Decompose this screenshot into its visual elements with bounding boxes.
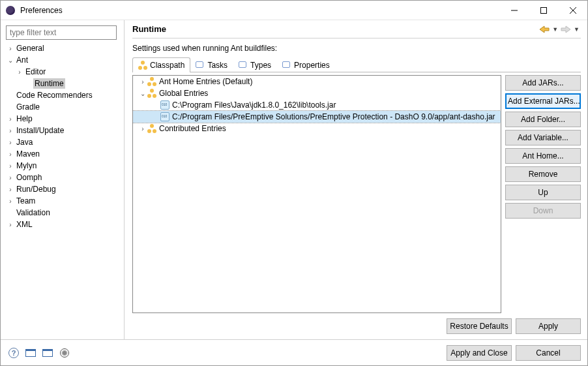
ant-group-icon: [147, 77, 156, 86]
jar-icon: [160, 100, 169, 110]
chevron-down-icon[interactable]: ⌄: [138, 90, 147, 97]
apply-button[interactable]: Apply: [516, 318, 581, 334]
chevron-right-icon[interactable]: ›: [6, 139, 15, 146]
sidebar-item-label: Run/Debug: [15, 184, 57, 194]
sidebar-item-validation[interactable]: Validation: [2, 207, 120, 219]
apply-row: Restore Defaults Apply: [132, 313, 581, 335]
chevron-right-icon[interactable]: ›: [138, 78, 147, 85]
chevron-right-icon[interactable]: ›: [6, 162, 15, 170]
sidebar-item-label: Team: [15, 196, 37, 206]
ant-group-icon: [147, 89, 156, 98]
eclipse-icon: [6, 6, 15, 15]
classpath-entry-label: C:\Program Files\Java\jdk1.8.0_162\lib\t…: [172, 100, 336, 110]
tab-tasks[interactable]: Tasks: [190, 58, 233, 72]
back-button[interactable]: [539, 25, 550, 34]
sidebar-item-maven[interactable]: ›Maven: [2, 148, 120, 160]
tab-properties[interactable]: Properties: [276, 58, 336, 72]
restore-defaults-button[interactable]: Restore Defaults: [447, 318, 512, 334]
sidebar-item-runtime[interactable]: Runtime: [2, 78, 120, 89]
ant-home-button[interactable]: Ant Home...: [505, 148, 581, 164]
up-button[interactable]: Up: [505, 185, 581, 200]
chevron-right-icon[interactable]: ›: [6, 198, 15, 205]
classpath-entry-label: Ant Home Entries (Default): [159, 77, 252, 86]
sidebar-item-label: General: [15, 43, 46, 53]
forward-button[interactable]: [561, 25, 571, 34]
forward-dropdown[interactable]: ▼: [572, 26, 581, 33]
down-button: Down: [505, 203, 581, 219]
filter-input[interactable]: [6, 25, 117, 40]
close-button[interactable]: [558, 1, 587, 20]
sidebar-item-label: Editor: [24, 67, 47, 77]
chevron-right-icon[interactable]: ›: [15, 69, 24, 76]
add-jars-button[interactable]: Add JARs...: [505, 75, 581, 91]
sidebar-item-general[interactable]: ›General: [2, 42, 120, 54]
chevron-right-icon[interactable]: ›: [6, 221, 15, 228]
tab-types[interactable]: Types: [233, 58, 277, 72]
record-button[interactable]: [58, 346, 71, 359]
sidebar-item-editor[interactable]: ›Editor: [2, 66, 120, 78]
chevron-right-icon[interactable]: ›: [6, 45, 15, 52]
preferences-tree-panel: ›General⌄Ant›EditorRuntimeCode Recommend…: [1, 20, 125, 339]
sidebar-item-team[interactable]: ›Team: [2, 195, 120, 207]
classpath-entry[interactable]: ⌄Global Entries: [133, 87, 501, 99]
svg-rect-1: [540, 7, 546, 13]
add-external-jars-button[interactable]: Add External JARs...: [505, 93, 581, 109]
titlebar: Preferences: [1, 1, 587, 20]
tab-label: Properties: [294, 61, 330, 70]
page-panel: Runtime ▼ ▼ Settings used when running A…: [125, 20, 587, 339]
sidebar-item-label: Ant: [15, 55, 29, 65]
help-button[interactable]: ?: [7, 346, 20, 359]
tag-icon: [196, 61, 205, 70]
sidebar-item-label: Gradle: [15, 102, 41, 112]
sidebar-item-install-update[interactable]: ›Install/Update: [2, 125, 120, 136]
button-column: Add JARs... Add External JARs... Add Fol…: [505, 75, 581, 313]
sidebar-item-label: Code Recommenders: [15, 90, 94, 100]
sidebar-item-help[interactable]: ›Help: [2, 113, 120, 125]
sidebar-item-run-debug[interactable]: ›Run/Debug: [2, 183, 120, 195]
sidebar-item-ant[interactable]: ⌄Ant: [2, 54, 120, 66]
sidebar-item-label: Validation: [15, 207, 51, 218]
maximize-button[interactable]: [529, 1, 558, 20]
export-button[interactable]: [41, 346, 54, 359]
classpath-entry[interactable]: C:/Program Files/PreEmptive Solutions/Pr…: [133, 111, 501, 123]
chevron-right-icon[interactable]: ›: [138, 125, 147, 132]
chevron-down-icon[interactable]: ⌄: [6, 57, 15, 64]
chevron-right-icon[interactable]: ›: [6, 115, 15, 123]
cancel-button[interactable]: Cancel: [516, 345, 581, 361]
chevron-right-icon[interactable]: ›: [6, 186, 15, 193]
sidebar-item-java[interactable]: ›Java: [2, 136, 120, 148]
remove-button[interactable]: Remove: [505, 166, 581, 182]
tag-icon: [239, 61, 248, 70]
tab-strip: ClasspathTasksTypesProperties: [132, 57, 581, 72]
classpath-entry[interactable]: C:\Program Files\Java\jdk1.8.0_162\lib\t…: [133, 99, 501, 111]
sidebar-item-label: Mylyn: [15, 160, 38, 171]
back-dropdown[interactable]: ▼: [551, 26, 559, 33]
classpath-tree[interactable]: ›Ant Home Entries (Default)⌄Global Entri…: [132, 75, 501, 313]
sidebar-item-oomph[interactable]: ›Oomph: [2, 172, 120, 183]
add-folder-button[interactable]: Add Folder...: [505, 112, 581, 127]
minimize-button[interactable]: [499, 1, 529, 20]
sidebar-item-label: XML: [15, 219, 34, 230]
classpath-entry[interactable]: ›Ant Home Entries (Default): [133, 76, 501, 87]
tab-classpath[interactable]: Classpath: [132, 57, 190, 72]
sidebar-item-mylyn[interactable]: ›Mylyn: [2, 160, 120, 172]
preferences-tree[interactable]: ›General⌄Ant›EditorRuntimeCode Recommend…: [2, 42, 120, 334]
page-title: Runtime: [132, 24, 539, 34]
chevron-right-icon[interactable]: ›: [6, 151, 15, 158]
nav-arrows: ▼ ▼: [539, 25, 581, 34]
chevron-right-icon[interactable]: ›: [6, 174, 15, 181]
page-header: Runtime ▼ ▼: [132, 24, 581, 38]
add-variable-button[interactable]: Add Variable...: [505, 130, 581, 145]
sidebar-item-gradle[interactable]: Gradle: [2, 101, 120, 113]
sidebar-item-label: Java: [15, 137, 34, 147]
classpath-tab-body: ›Ant Home Entries (Default)⌄Global Entri…: [132, 72, 581, 313]
sidebar-item-xml[interactable]: ›XML: [2, 219, 120, 230]
sidebar-item-code-recommenders[interactable]: Code Recommenders: [2, 89, 120, 101]
classpath-entry[interactable]: ›Contributed Entries: [133, 123, 501, 134]
import-button[interactable]: [24, 346, 37, 359]
sidebar-item-label: Maven: [15, 149, 41, 159]
ant-icon: [138, 61, 147, 70]
tab-label: Classpath: [150, 61, 184, 70]
apply-close-button[interactable]: Apply and Close: [447, 345, 512, 361]
chevron-right-icon[interactable]: ›: [6, 127, 15, 134]
